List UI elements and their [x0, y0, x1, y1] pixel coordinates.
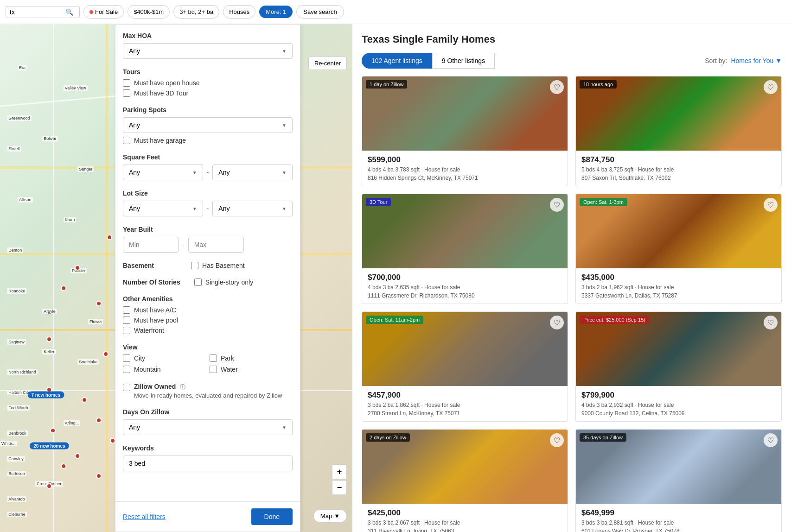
- single-story-checkbox-label[interactable]: Single-story only: [194, 279, 254, 286]
- zillow-owned-section: Zillow Owned ⓘ Move-in ready homes, eval…: [123, 382, 293, 399]
- map-area[interactable]: Era Valley View Greenwood Bolivar Slidel…: [0, 24, 352, 532]
- waterfront-checkbox-label[interactable]: Waterfront: [123, 327, 293, 334]
- listing-card[interactable]: Open: Sat. 1-3pm ♡ $435,000 3 bds 2 ba 1…: [575, 194, 782, 304]
- map-pin[interactable]: [96, 301, 102, 306]
- year-min-input[interactable]: [123, 237, 179, 253]
- map-label-allison: Allison: [18, 197, 33, 203]
- garage-checkbox[interactable]: [123, 137, 130, 144]
- beds-filter-button[interactable]: 3+ bd, 2+ ba: [173, 5, 219, 19]
- map-pin[interactable]: [107, 234, 112, 240]
- water-view-checkbox[interactable]: [210, 366, 217, 373]
- recenter-button[interactable]: Re-center: [308, 57, 347, 70]
- map-pin[interactable]: [75, 453, 80, 459]
- map-pin[interactable]: [61, 463, 66, 469]
- map-cluster-7[interactable]: 7 new homes: [27, 392, 64, 399]
- sqft-max-select[interactable]: Any ▼: [212, 165, 293, 180]
- sqft-min-select[interactable]: Any ▼: [123, 165, 203, 180]
- listing-card[interactable]: 1 day on Zillow ♡ $599,000 4 bds 4 ba 3,…: [362, 76, 568, 186]
- max-hoa-label: Max HOA: [123, 32, 293, 39]
- city-view-checkbox-label[interactable]: City: [123, 355, 206, 362]
- chevron-down-icon: ▼: [334, 513, 340, 519]
- map-label-crowley: Crowley: [7, 456, 25, 462]
- listing-card[interactable]: Price cut: $25,000 (Sep 15) ♡ $799,900 4…: [575, 311, 782, 422]
- map-pin[interactable]: [61, 285, 66, 291]
- sort-label: Sort by:: [705, 57, 727, 64]
- map-pin[interactable]: [75, 265, 80, 271]
- mountain-view-checkbox-label[interactable]: Mountain: [123, 366, 206, 373]
- listing-info: $435,000 3 bds 2 ba 1,962 sqft · House f…: [576, 268, 781, 304]
- ac-checkbox[interactable]: [123, 306, 130, 314]
- listing-badge: 1 day on Zillow: [366, 80, 407, 89]
- ac-checkbox-label[interactable]: Must have A/C: [123, 306, 293, 314]
- listing-address: 311 Riverwalk Ln, Irving, TX 75063: [368, 528, 562, 532]
- favorite-button[interactable]: ♡: [550, 198, 564, 212]
- zillow-owned-checkbox[interactable]: [123, 384, 130, 391]
- city-view-checkbox[interactable]: [123, 355, 130, 362]
- listing-card[interactable]: Open: Sat. 11am-2pm ♡ $457,900 3 bds 2 b…: [362, 311, 568, 422]
- map-pin[interactable]: [46, 336, 52, 342]
- parking-select[interactable]: Any ▼: [123, 117, 293, 133]
- park-view-checkbox[interactable]: [210, 355, 217, 362]
- search-box[interactable]: 🔍: [6, 6, 80, 18]
- max-hoa-select[interactable]: Any ▼: [123, 43, 293, 59]
- mountain-view-checkbox[interactable]: [123, 366, 130, 373]
- pool-checkbox-label[interactable]: Must have pool: [123, 317, 293, 324]
- map-pin[interactable]: [46, 483, 52, 489]
- favorite-button[interactable]: ♡: [764, 198, 778, 212]
- listing-card[interactable]: 35 days on Zillow ♡ $649,999 3 bds 3 ba …: [575, 429, 782, 532]
- lot-min-select[interactable]: Any ▼: [123, 201, 203, 216]
- done-button[interactable]: Done: [251, 508, 293, 525]
- save-search-button[interactable]: Save search: [296, 5, 344, 19]
- listing-card[interactable]: 2 days on Zillow ♡ $425,000 3 bds 3 ba 2…: [362, 429, 568, 532]
- lot-max-select[interactable]: Any ▼: [212, 201, 293, 216]
- search-input[interactable]: [10, 8, 65, 16]
- listing-card[interactable]: 18 hours ago ♡ $874,750 5 bds 4 ba 3,725…: [575, 76, 782, 186]
- garage-checkbox-label[interactable]: Must have garage: [123, 137, 293, 144]
- chevron-down-icon: ▼: [775, 57, 782, 64]
- map-pin[interactable]: [82, 397, 87, 403]
- houses-filter-button[interactable]: Houses: [223, 5, 255, 19]
- more-filters-button[interactable]: More: 1: [259, 6, 293, 18]
- park-view-checkbox-label[interactable]: Park: [210, 355, 293, 362]
- price-filter-button[interactable]: $400k-$1m: [128, 5, 170, 19]
- favorite-button[interactable]: ♡: [550, 433, 564, 447]
- 3d-tour-checkbox-label[interactable]: Must have 3D Tour: [123, 89, 293, 97]
- favorite-button[interactable]: ♡: [550, 316, 564, 329]
- reset-filters-button[interactable]: Reset all filters: [123, 513, 166, 520]
- keywords-input[interactable]: [123, 456, 293, 471]
- has-basement-checkbox[interactable]: [191, 262, 198, 269]
- 3d-tour-checkbox[interactable]: [123, 89, 130, 97]
- favorite-button[interactable]: ♡: [764, 80, 778, 94]
- pool-checkbox[interactable]: [123, 317, 130, 324]
- map-pin[interactable]: [50, 428, 56, 433]
- search-button[interactable]: 🔍: [65, 8, 73, 16]
- favorite-button[interactable]: ♡: [764, 433, 778, 447]
- for-sale-button[interactable]: For Sale: [83, 5, 124, 19]
- listing-image: 1 day on Zillow ♡: [362, 76, 568, 151]
- map-pin[interactable]: [103, 351, 108, 357]
- other-listings-tab[interactable]: 9 Other listings: [432, 53, 495, 69]
- open-house-checkbox[interactable]: [123, 79, 130, 87]
- listing-price: $799,900: [581, 391, 776, 400]
- days-on-select[interactable]: Any ▼: [123, 419, 293, 435]
- favorite-button[interactable]: ♡: [550, 80, 564, 94]
- map-cluster-20[interactable]: 20 new homes: [30, 442, 69, 449]
- zoom-in-button[interactable]: +: [332, 464, 347, 479]
- zoom-out-button[interactable]: −: [332, 480, 347, 495]
- listings-panel: Texas Single Family Homes 102 Agent list…: [352, 24, 791, 532]
- open-house-checkbox-label[interactable]: Must have open house: [123, 79, 293, 87]
- listing-price: $649,999: [581, 508, 776, 518]
- map-toggle-button[interactable]: Map ▼: [313, 509, 347, 523]
- agent-listings-tab[interactable]: 102 Agent listings: [362, 53, 432, 69]
- year-max-input[interactable]: [188, 237, 244, 253]
- listing-address: 601 Logans Way Dr, Prosper, TX 75078: [581, 528, 776, 532]
- single-story-checkbox[interactable]: [194, 279, 202, 286]
- has-basement-checkbox-label[interactable]: Has Basement: [191, 262, 245, 269]
- favorite-button[interactable]: ♡: [764, 316, 778, 329]
- water-view-checkbox-label[interactable]: Water: [210, 366, 293, 373]
- map-pin[interactable]: [96, 473, 102, 479]
- map-pin[interactable]: [96, 418, 102, 423]
- listing-card[interactable]: 3D Tour ♡ $700,000 4 bds 3 ba 2,635 sqft…: [362, 194, 568, 304]
- waterfront-checkbox[interactable]: [123, 327, 130, 334]
- sort-select[interactable]: Homes for You ▼: [731, 57, 782, 64]
